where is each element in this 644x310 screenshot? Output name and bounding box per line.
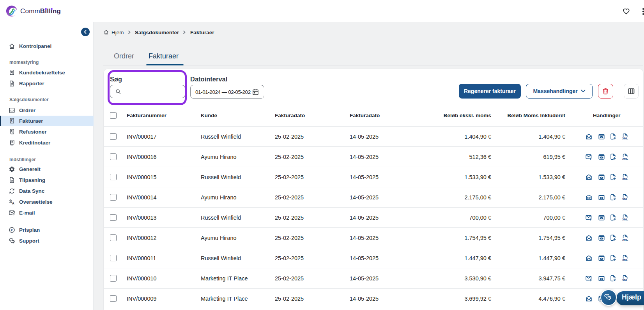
svg-text:XML: XML — [622, 218, 628, 221]
svg-text:XML: XML — [622, 197, 628, 201]
svg-text:€: € — [11, 119, 13, 122]
svg-text:XML: XML — [622, 238, 628, 241]
svg-text:XML: XML — [622, 157, 628, 160]
svg-text:XML: XML — [622, 177, 628, 180]
svg-text:XML: XML — [622, 278, 628, 282]
svg-text:A: A — [12, 201, 14, 205]
svg-text:€: € — [11, 228, 13, 232]
svg-text:XML: XML — [622, 258, 628, 261]
svg-text:XML: XML — [622, 137, 628, 140]
